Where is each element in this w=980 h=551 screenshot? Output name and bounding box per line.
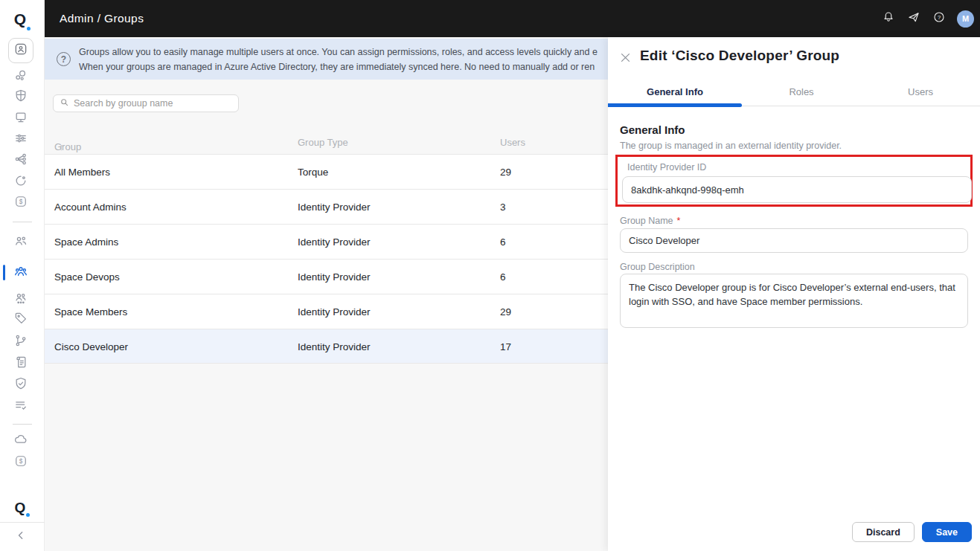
tab-general-info[interactable]: General Info <box>608 79 742 104</box>
cell-group-type: Torque <box>298 167 328 178</box>
section-heading: General Info <box>620 123 685 136</box>
app-logo[interactable]: Q <box>0 6 45 33</box>
sidebar-item-billing[interactable]: $ <box>12 454 30 471</box>
users-icon <box>13 233 28 251</box>
sidebar-item-cloud-accounts[interactable] <box>12 432 30 450</box>
cell-group-name: All Members <box>54 167 110 178</box>
cell-group-name: Cisco Developer <box>54 341 128 352</box>
help-button[interactable]: ? <box>932 11 947 26</box>
sidebar-divider <box>13 222 32 222</box>
cell-users: 3 <box>500 202 506 213</box>
svg-text:$: $ <box>19 457 23 465</box>
cell-group-name: Space Devops <box>54 271 120 283</box>
column-header-group-type[interactable]: Group Type <box>298 137 348 148</box>
logo-dot <box>26 513 30 517</box>
notifications-button[interactable] <box>881 11 896 26</box>
monitor-icon <box>13 110 28 128</box>
group-name-label: Group Name* <box>620 216 680 226</box>
cell-group-type: Identity Provider <box>298 236 371 248</box>
sidebar-item-requests[interactable] <box>12 398 30 416</box>
user-avatar[interactable]: M <box>957 10 974 28</box>
sidebar-item-audit[interactable] <box>12 355 30 373</box>
column-header-users[interactable]: Users <box>500 137 525 148</box>
sidebar-item-cost[interactable]: $ <box>12 194 30 212</box>
sidebar-item-admin[interactable] <box>8 38 33 63</box>
sidebar-item-policies[interactable] <box>12 88 30 106</box>
send-feedback-button[interactable] <box>906 11 921 26</box>
panel-footer: Discard Save <box>852 522 972 542</box>
network-icon <box>13 152 28 170</box>
highlight-rectangle: Identity Provider ID <box>615 155 973 207</box>
bubbles-icon <box>13 68 28 86</box>
active-item-indicator <box>3 265 5 280</box>
sidebar-item-hosts[interactable] <box>12 110 30 128</box>
users-dots-icon <box>13 291 28 309</box>
sidebar-item-environments[interactable] <box>12 68 30 86</box>
sidebar-collapse-button[interactable] <box>12 528 30 546</box>
sidebar-item-groups[interactable] <box>12 264 30 282</box>
sidebar-item-tags[interactable] <box>12 311 30 329</box>
search-input[interactable] <box>74 98 222 109</box>
tab-users[interactable]: Users <box>861 79 980 104</box>
person-badge-icon <box>13 42 28 59</box>
idp-id-field[interactable] <box>622 176 972 203</box>
svg-text:?: ? <box>938 14 941 21</box>
cell-group-name: Space Admins <box>54 236 118 248</box>
cell-group-name: Account Admins <box>54 202 126 213</box>
cell-group-type: Identity Provider <box>298 341 371 352</box>
cell-users: 29 <box>500 167 511 178</box>
sidebar-divider <box>0 522 45 523</box>
panel-title: Edit ‘Cisco Developer’ Group <box>640 48 839 64</box>
bell-icon <box>882 10 895 27</box>
sidebar-item-versions[interactable] <box>12 333 30 351</box>
footer-logo: Q <box>0 497 45 519</box>
groups-icon <box>13 264 28 282</box>
cell-users: 6 <box>500 271 506 283</box>
sort-ascending-icon[interactable]: ↑ <box>59 141 64 152</box>
sidebar-item-usage[interactable] <box>12 173 30 191</box>
svg-text:$: $ <box>19 198 23 205</box>
section-subtitle: The group is managed in an external iden… <box>620 141 842 151</box>
sidebar-item-integrations[interactable] <box>12 152 30 170</box>
idp-id-label: Identity Provider ID <box>627 162 706 173</box>
edit-group-panel: Edit ‘Cisco Developer’ Group General Inf… <box>608 37 980 551</box>
banner-line-2: When your groups are managed in Azure Ac… <box>79 59 598 74</box>
sidebar-divider <box>13 424 32 425</box>
cell-users: 29 <box>500 306 511 318</box>
logo-dot <box>27 27 31 30</box>
cloud-icon <box>13 432 28 450</box>
help-icon: ? <box>932 10 946 27</box>
sidebar-item-pending-users[interactable] <box>12 291 30 309</box>
sidebar-item-settings[interactable] <box>12 131 30 149</box>
sidebar-item-users[interactable] <box>12 233 30 251</box>
shield-icon <box>13 88 28 106</box>
banner-line-1: Groups allow you to easily manage multip… <box>79 45 598 59</box>
sliders-icon <box>13 131 28 149</box>
dollar-icon: $ <box>13 194 28 212</box>
sidebar-item-approvals[interactable] <box>12 376 30 394</box>
group-description-label: Group Description <box>620 262 695 272</box>
checklist-icon <box>13 398 28 416</box>
banner-text: Groups allow you to easily manage multip… <box>79 45 598 74</box>
cell-group-name: Space Members <box>54 306 127 318</box>
discard-button[interactable]: Discard <box>852 522 915 542</box>
cell-group-type: Identity Provider <box>298 306 371 318</box>
cell-users: 17 <box>500 341 511 352</box>
group-search <box>53 94 239 112</box>
shield-check-icon <box>13 376 28 394</box>
info-help-icon: ? <box>57 52 71 66</box>
tab-roles[interactable]: Roles <box>742 79 861 104</box>
group-name-field[interactable] <box>620 228 968 253</box>
save-button[interactable]: Save <box>922 522 972 542</box>
chevron-left-icon <box>13 528 28 546</box>
cell-group-type: Identity Provider <box>298 202 371 213</box>
required-asterisk: * <box>677 216 681 226</box>
dollar-icon: $ <box>13 454 28 471</box>
cell-group-type: Identity Provider <box>298 271 371 283</box>
breadcrumb: Admin / Groups <box>60 12 144 25</box>
paper-plane-icon <box>907 10 920 27</box>
panel-tabs: General Info Roles Users <box>608 79 980 104</box>
group-description-field[interactable]: The Cisco Developer group is for Cisco D… <box>620 274 968 328</box>
close-panel-button[interactable] <box>619 51 632 64</box>
top-header-bar: Admin / Groups ? M <box>45 0 980 37</box>
